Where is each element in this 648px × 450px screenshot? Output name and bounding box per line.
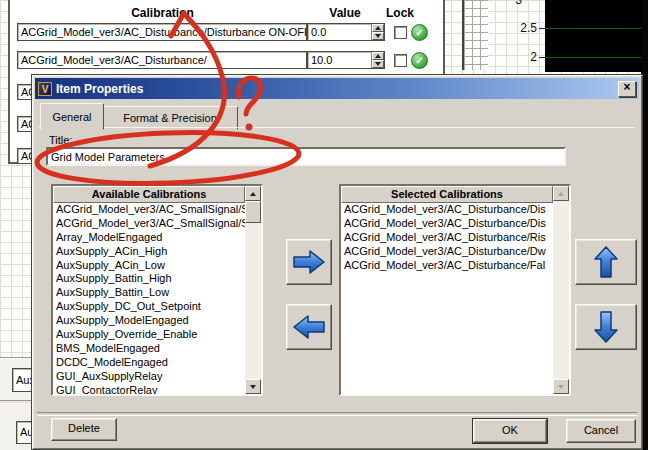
- y-axis-tick: 2.5: [507, 21, 537, 35]
- scrollbar-thumb[interactable]: [245, 201, 261, 223]
- tab-general[interactable]: General: [40, 103, 104, 130]
- list-item[interactable]: ACGrid_Model_ver3/AC_Disturbance/Dis: [341, 203, 553, 217]
- cancel-button[interactable]: Cancel: [566, 419, 636, 443]
- title-field-label: Title:: [49, 134, 72, 146]
- list-item[interactable]: GUI_AuxSupplyRelay: [53, 370, 245, 384]
- status-ok-icon: ✓: [411, 24, 428, 41]
- gridline: [546, 28, 648, 29]
- y-axis-tick: 2: [507, 50, 537, 64]
- list-item[interactable]: GUI_ContactorRelay: [53, 384, 245, 394]
- arrow-left-icon: [292, 314, 326, 340]
- available-calibrations-header: Available Calibrations: [53, 186, 245, 203]
- scrollbar[interactable]: [553, 186, 569, 394]
- list-item[interactable]: ACGrid_Model_ver3/AC_SmallSignal/Sma: [53, 217, 245, 231]
- value-field[interactable]: 0.0: [307, 23, 385, 41]
- list-item[interactable]: ACGrid_Model_ver3/AC_Disturbance/Fal: [341, 259, 553, 273]
- scroll-down-button[interactable]: [245, 379, 261, 394]
- column-header-calibration: Calibration: [105, 6, 220, 20]
- status-ok-icon: ✓: [411, 52, 428, 69]
- lock-checkbox[interactable]: [394, 54, 407, 67]
- column-header-lock: Lock: [378, 6, 422, 20]
- list-item[interactable]: AuxSupply_Battin_Low: [53, 286, 245, 300]
- list-item[interactable]: DCDC_ModelEngaged: [53, 356, 245, 370]
- scroll-down-button[interactable]: [553, 379, 569, 394]
- background-grid-table: [462, 0, 488, 70]
- y-axis-tick: 3: [492, 0, 522, 7]
- scroll-up-button[interactable]: [553, 186, 569, 201]
- value-spinner: [371, 52, 384, 68]
- item-properties-dialog: V Item Properties × General Format & Pre…: [31, 74, 643, 450]
- dialog-title: Item Properties: [56, 82, 618, 96]
- plot-area: [545, 0, 648, 72]
- button-separator: [37, 412, 637, 416]
- title-input[interactable]: [46, 147, 566, 166]
- spin-down-button[interactable]: [372, 32, 384, 40]
- arrow-up-icon: [593, 245, 619, 279]
- background-panel: Aux: [0, 357, 31, 401]
- list-item[interactable]: ACGrid_Model_ver3/AC_Disturbance/Dw: [341, 245, 553, 259]
- list-item[interactable]: AuxSupply_Battin_High: [53, 272, 245, 286]
- move-down-button[interactable]: [575, 304, 637, 350]
- gridline: [546, 57, 648, 58]
- list-item[interactable]: AuxSupply_DC_Out_Setpoint: [53, 300, 245, 314]
- selected-calibrations-list: Selected Calibrations ACGrid_Model_ver3/…: [339, 184, 571, 396]
- value-field[interactable]: 10.0: [307, 51, 385, 69]
- remove-button[interactable]: [286, 304, 332, 350]
- list-item[interactable]: ACGrid_Model_ver3/AC_Disturbance/Ris: [341, 231, 553, 245]
- list-item[interactable]: ACGrid_Model_ver3/AC_SmallSignal/Sma: [53, 203, 245, 217]
- list-item[interactable]: AuxSupply_ACin_High: [53, 245, 245, 259]
- close-button[interactable]: ×: [618, 81, 636, 97]
- calibration-rows: ACGrid_Model_ver3/AC_Disturbance/Disturb…: [10, 23, 443, 79]
- move-up-button[interactable]: [575, 239, 637, 285]
- arrow-right-icon: [292, 249, 326, 275]
- add-button[interactable]: [286, 239, 332, 285]
- app-icon: V: [38, 82, 52, 96]
- calibration-name-field[interactable]: ACGrid_Model_ver3/AC_Disturbance/Disturb…: [17, 23, 307, 41]
- tab-page-edge: [39, 127, 635, 128]
- available-calibrations-list: Available Calibrations ACGrid_Model_ver3…: [51, 184, 263, 396]
- ok-button[interactable]: OK: [473, 419, 547, 443]
- spin-up-button[interactable]: [372, 52, 384, 60]
- list-item[interactable]: Array_ModelEngaged: [53, 231, 245, 245]
- column-header-value: Value: [322, 6, 368, 20]
- calibration-name-field[interactable]: ACGrid_Model_ver3/AC_Disturbance/: [17, 51, 307, 69]
- delete-button[interactable]: Delete: [51, 418, 117, 441]
- scrollbar[interactable]: [245, 186, 261, 394]
- dialog-titlebar[interactable]: V Item Properties ×: [35, 78, 639, 99]
- screen: Calibration Value Lock ACGrid_Model_ver3…: [0, 0, 648, 450]
- list-item[interactable]: ACGrid_Model_ver3/AC_Disturbance/Dis: [341, 217, 553, 231]
- background-panel: Au: [0, 403, 31, 450]
- table-row: ACGrid_Model_ver3/AC_Disturbance/Disturb…: [10, 23, 443, 41]
- lock-checkbox[interactable]: [394, 26, 407, 39]
- selected-calibrations-header: Selected Calibrations: [341, 186, 553, 203]
- list-item[interactable]: AuxSupply_ModelEngaged: [53, 314, 245, 328]
- arrow-down-icon: [593, 310, 619, 344]
- list-item[interactable]: AuxSupply_ACin_Low: [53, 259, 245, 273]
- spin-up-button[interactable]: [372, 24, 384, 32]
- value-spinner: [371, 24, 384, 40]
- spin-down-button[interactable]: [372, 60, 384, 68]
- list-item[interactable]: AuxSupply_Override_Enable: [53, 328, 245, 342]
- table-row: ACGrid_Model_ver3/AC_Disturbance/ 10.0 ✓: [10, 51, 443, 69]
- scroll-up-button[interactable]: [245, 186, 261, 201]
- list-item[interactable]: BMS_ModelEngaged: [53, 342, 245, 356]
